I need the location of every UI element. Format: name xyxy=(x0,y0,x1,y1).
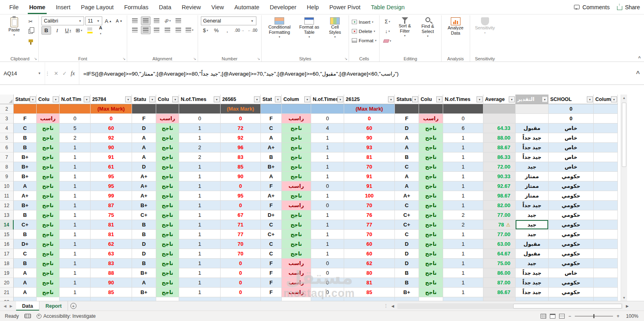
column-header[interactable]: N.of.Times▼ xyxy=(311,95,344,104)
row-header[interactable]: 6 xyxy=(0,143,14,152)
column-header[interactable]: Colu▼ xyxy=(37,95,60,104)
cell[interactable]: A xyxy=(14,278,37,288)
align-left-button[interactable] xyxy=(130,26,140,34)
cell[interactable]: 0 xyxy=(311,201,344,210)
align-top-button[interactable] xyxy=(130,16,140,25)
cell[interactable]: جيد جداً xyxy=(516,288,549,297)
cell[interactable]: 88.00 xyxy=(483,133,516,143)
cell[interactable]: ناجح xyxy=(156,268,179,278)
cell[interactable]: 75 xyxy=(91,210,132,220)
cell[interactable]: 64.67 xyxy=(483,249,516,259)
cell[interactable] xyxy=(594,133,618,143)
cell[interactable]: ناجح xyxy=(156,172,179,181)
cell[interactable]: A xyxy=(14,181,37,191)
cell[interactable]: 0 xyxy=(221,114,261,123)
column-header[interactable]: Column▼ xyxy=(594,95,618,104)
cell[interactable]: 90 xyxy=(91,278,132,288)
cell[interactable] xyxy=(282,297,311,301)
cell[interactable]: 75.00 xyxy=(483,259,516,268)
scroll-up-icon[interactable]: ▲ xyxy=(621,95,627,101)
cell[interactable]: ناجح xyxy=(419,123,443,133)
cell[interactable]: 77.00 xyxy=(483,230,516,239)
row-header[interactable]: 15 xyxy=(0,230,14,239)
cell[interactable]: 1 xyxy=(60,191,91,201)
cell[interactable]: حكومي xyxy=(549,239,594,249)
cell[interactable]: ناجح xyxy=(156,143,179,152)
analyze-data-button[interactable]: Analyze Data xyxy=(444,16,467,37)
cell[interactable]: C+ xyxy=(395,220,419,230)
cell[interactable]: 2 xyxy=(60,133,91,143)
cell[interactable]: 1 xyxy=(179,288,221,297)
cell[interactable]: مقبول xyxy=(516,249,549,259)
cell[interactable]: ناجح xyxy=(419,152,443,162)
name-box[interactable]: AQ14 ▼ xyxy=(0,62,45,84)
cell[interactable]: 88 xyxy=(91,268,132,278)
cell[interactable]: 1 xyxy=(179,230,221,239)
cell[interactable]: A+ xyxy=(261,191,282,201)
column-header[interactable]: 26565▼ xyxy=(221,95,261,104)
cell[interactable] xyxy=(261,104,282,114)
number-dialog-launcher[interactable]: ↘ xyxy=(257,57,260,61)
cell[interactable]: راسب xyxy=(282,114,311,123)
filter-button-icon[interactable]: ▼ xyxy=(275,96,281,102)
cell[interactable]: ناجح xyxy=(419,201,443,210)
cell[interactable]: 93 xyxy=(344,143,395,152)
cell[interactable]: ناجح xyxy=(282,172,311,181)
cell[interactable]: راسب xyxy=(282,268,311,278)
cell[interactable]: راسب xyxy=(282,181,311,191)
tab-file[interactable]: File xyxy=(4,0,24,14)
insert-cells-button[interactable]: + Insert▾ xyxy=(352,18,376,26)
cell[interactable]: 85 xyxy=(221,162,261,172)
cell[interactable]: 1 xyxy=(60,239,91,249)
cell[interactable]: 0 xyxy=(311,278,344,288)
cell[interactable] xyxy=(594,278,618,288)
filter-button-icon[interactable]: ▼ xyxy=(337,96,343,102)
cell[interactable]: ناجح xyxy=(156,230,179,239)
cell[interactable] xyxy=(594,181,618,191)
cell[interactable]: ناجح xyxy=(282,230,311,239)
cell[interactable]: 95 xyxy=(91,172,132,181)
cell[interactable]: 0 xyxy=(60,114,91,123)
cell[interactable]: 0 xyxy=(311,288,344,297)
vertical-scrollbar[interactable]: ▲ ▼ xyxy=(621,95,627,301)
zoom-level[interactable]: 100% xyxy=(623,313,638,319)
cell[interactable]: 1 xyxy=(179,162,221,172)
cell[interactable] xyxy=(261,297,282,301)
cell[interactable]: ناجح xyxy=(37,201,60,210)
font-color-button[interactable]: A▾ xyxy=(96,26,105,35)
tab-automate[interactable]: Automate xyxy=(229,0,264,14)
cell[interactable]: 1 xyxy=(443,278,483,288)
cell[interactable]: 1 xyxy=(443,172,483,181)
cell[interactable]: B xyxy=(14,133,37,143)
cell[interactable]: 77 xyxy=(344,220,395,230)
cell[interactable]: ناجح xyxy=(419,278,443,288)
cell[interactable]: 1 xyxy=(179,268,221,278)
cell[interactable]: F xyxy=(14,114,37,123)
sheet-tab-report[interactable]: Report xyxy=(39,301,68,311)
cell[interactable]: ناجح xyxy=(282,220,311,230)
cell[interactable]: ممتاز xyxy=(516,181,549,191)
cell[interactable]: 6 xyxy=(443,123,483,133)
cell[interactable]: C+ xyxy=(14,220,37,230)
cell[interactable]: 80 xyxy=(344,268,395,278)
column-header[interactable]: Stat▼ xyxy=(261,95,282,104)
cell[interactable]: 0 xyxy=(221,259,261,268)
cell[interactable]: ناجح xyxy=(37,268,60,278)
orientation-button[interactable]: ab▾ xyxy=(163,16,172,25)
cell[interactable]: 72 xyxy=(221,123,261,133)
cell[interactable]: مقبول xyxy=(516,123,549,133)
cell[interactable]: 90 xyxy=(344,133,395,143)
cell[interactable]: ناجح xyxy=(419,143,443,152)
decrease-font-button[interactable]: A▼ xyxy=(114,17,124,25)
cell[interactable] xyxy=(60,297,91,301)
cell[interactable]: B xyxy=(261,152,282,162)
cell[interactable]: A xyxy=(132,143,156,152)
cell[interactable]: 88.67 xyxy=(483,143,516,152)
cell[interactable]: F xyxy=(261,114,282,123)
cell[interactable]: 1 xyxy=(60,201,91,210)
cell[interactable]: 1 xyxy=(311,162,344,172)
tab-page-layout[interactable]: Page Layout xyxy=(76,0,119,14)
cell[interactable]: 2 xyxy=(443,210,483,220)
cell[interactable]: 1 xyxy=(443,152,483,162)
cell[interactable]: 95 xyxy=(221,191,261,201)
